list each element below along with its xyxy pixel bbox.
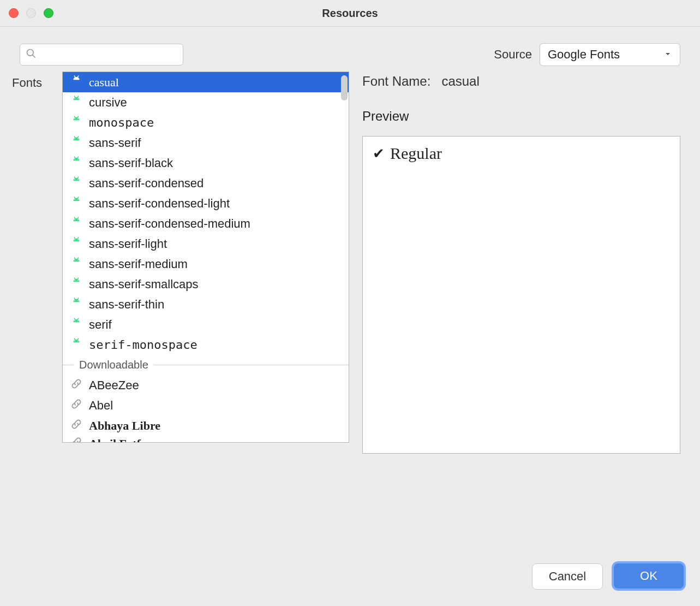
svg-line-31: [77, 217, 78, 218]
svg-line-14: [74, 136, 75, 138]
search-input[interactable]: [41, 49, 177, 61]
titlebar: Resources: [0, 0, 700, 27]
svg-line-22: [74, 176, 75, 178]
android-icon: [70, 257, 82, 272]
font-name: Abhaya Libre: [89, 419, 160, 433]
svg-line-27: [77, 197, 78, 198]
toolbar: Source Google Fonts: [0, 27, 700, 72]
font-list-item[interactable]: serif-monospace: [63, 335, 349, 355]
resources-dialog: Resources Source Google Fonts: [0, 0, 700, 606]
android-icon: [70, 236, 82, 252]
svg-point-20: [74, 158, 75, 159]
svg-point-29: [77, 199, 79, 200]
font-list-item[interactable]: sans-serif-condensed-light: [63, 193, 349, 213]
svg-line-3: [77, 75, 78, 77]
font-name: sans-serif-medium: [89, 257, 188, 271]
svg-line-54: [74, 338, 75, 340]
svg-line-34: [74, 237, 75, 239]
chevron-down-icon: [663, 47, 672, 62]
font-name: monospace: [89, 116, 154, 129]
svg-point-24: [74, 179, 75, 180]
link-icon: [70, 418, 82, 433]
font-list-item[interactable]: Abril Fatf: [63, 436, 349, 442]
android-icon: [70, 95, 82, 110]
svg-point-52: [74, 320, 75, 321]
font-name: sans-serif-condensed: [89, 176, 204, 191]
svg-point-45: [77, 280, 79, 281]
svg-line-38: [74, 257, 75, 259]
svg-line-30: [74, 217, 75, 218]
source-selector-group: Source Google Fonts: [494, 43, 680, 66]
font-list-item[interactable]: Abel: [63, 395, 349, 415]
svg-point-4: [74, 78, 75, 79]
downloadable-section-header: Downloadable: [63, 355, 349, 375]
svg-point-36: [74, 239, 75, 240]
zoom-window-button[interactable]: [44, 8, 53, 18]
svg-line-15: [77, 136, 78, 138]
font-list-item[interactable]: sans-serif-thin: [63, 294, 349, 314]
ok-button[interactable]: OK: [614, 563, 684, 589]
svg-point-37: [77, 239, 79, 240]
dialog-footer: Cancel OK: [0, 550, 700, 606]
svg-line-26: [74, 197, 75, 198]
font-name-row: Font Name: casual: [362, 74, 680, 89]
font-name: serif-monospace: [89, 338, 198, 352]
link-icon: [70, 398, 82, 413]
svg-line-39: [77, 257, 78, 259]
link-icon: [70, 436, 82, 442]
font-list-item[interactable]: sans-serif-condensed: [63, 173, 349, 193]
font-list-item[interactable]: sans-serif-condensed-medium: [63, 213, 349, 234]
svg-line-11: [77, 116, 78, 117]
font-list-item[interactable]: cursive: [63, 92, 349, 112]
svg-point-33: [77, 219, 79, 220]
cancel-button[interactable]: Cancel: [532, 563, 603, 590]
font-name: sans-serif-black: [89, 156, 173, 170]
scrollbar-thumb[interactable]: [341, 75, 348, 100]
android-icon: [70, 135, 82, 151]
preview-label: Preview: [362, 109, 680, 124]
font-list-item[interactable]: sans-serif-smallcaps: [63, 274, 349, 294]
font-list-item[interactable]: monospace: [63, 112, 349, 133]
section-title: Downloadable: [79, 359, 148, 371]
svg-line-35: [77, 237, 78, 239]
font-list-item[interactable]: sans-serif: [63, 133, 349, 153]
preview-style-label: Regular: [390, 144, 442, 163]
font-list-item[interactable]: sans-serif-black: [63, 153, 349, 173]
font-list-item[interactable]: casual: [63, 72, 349, 92]
svg-line-51: [77, 318, 78, 319]
source-label: Source: [494, 47, 532, 62]
font-list-item[interactable]: serif: [63, 314, 349, 335]
font-name: serif: [89, 318, 112, 332]
font-list-item[interactable]: Abhaya Libre: [63, 415, 349, 436]
font-list-item[interactable]: ABeeZee: [63, 375, 349, 395]
dialog-body: Fonts casualcursivemonospacesans-serifsa…: [0, 72, 700, 550]
svg-point-57: [77, 340, 79, 341]
svg-line-7: [77, 96, 78, 97]
preview-style-item[interactable]: ✔Regular: [373, 144, 670, 163]
svg-line-50: [74, 318, 75, 319]
font-list-item[interactable]: sans-serif-medium: [63, 254, 349, 274]
cancel-button-label: Cancel: [549, 569, 586, 584]
svg-point-56: [74, 340, 75, 341]
close-window-button[interactable]: [9, 8, 19, 18]
font-name-label: Font Name:: [362, 74, 430, 88]
svg-point-25: [77, 179, 79, 180]
svg-point-17: [77, 138, 79, 139]
svg-point-44: [74, 280, 75, 281]
font-name: sans-serif-condensed-medium: [89, 217, 250, 231]
font-name: sans-serif-thin: [89, 298, 164, 312]
svg-line-46: [74, 298, 75, 299]
checkmark-icon: ✔: [373, 145, 385, 162]
search-icon: [26, 48, 37, 61]
android-icon: [70, 317, 82, 332]
minimize-window-button[interactable]: [26, 8, 36, 18]
android-icon: [70, 216, 82, 231]
search-field[interactable]: [20, 44, 183, 66]
svg-point-28: [74, 199, 75, 200]
font-list-item[interactable]: sans-serif-light: [63, 234, 349, 254]
font-list[interactable]: casualcursivemonospacesans-serifsans-ser…: [62, 72, 349, 443]
svg-line-55: [77, 338, 78, 340]
divider: [63, 365, 74, 365]
source-dropdown[interactable]: Google Fonts: [540, 43, 680, 66]
font-name: sans-serif-smallcaps: [89, 277, 199, 292]
